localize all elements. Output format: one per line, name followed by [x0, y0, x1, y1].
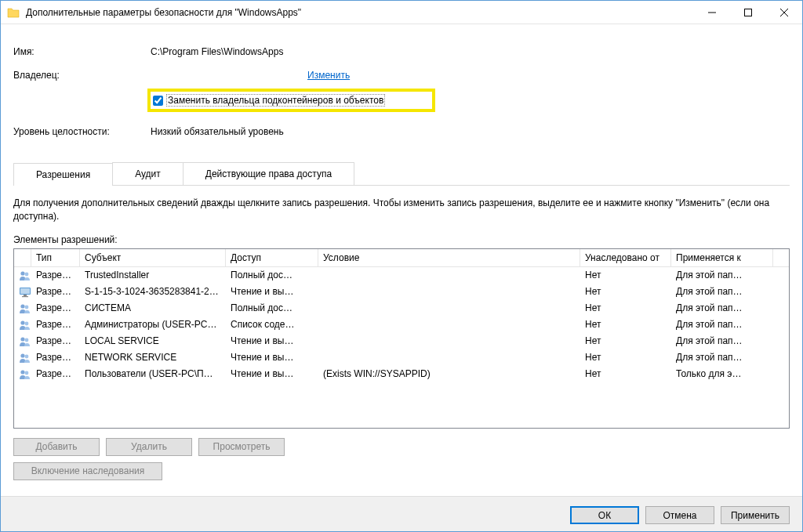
cell-access: Полный дос… — [226, 299, 318, 317]
cell-type: Разре… — [31, 299, 80, 317]
maximize-button[interactable] — [730, 1, 766, 24]
table-row[interactable]: Разре…Администраторы (USER-PC…Список сод… — [14, 317, 789, 333]
cell-access: Полный дос… — [226, 266, 318, 284]
col-icon-header[interactable] — [14, 249, 31, 266]
cell-inherited: Нет — [580, 299, 671, 317]
cell-access: Список соде… — [226, 316, 318, 333]
cell-inherited: Нет — [580, 332, 671, 349]
svg-point-14 — [20, 337, 24, 341]
cell-inherited: Нет — [580, 365, 671, 382]
permissions-table[interactable]: Тип Субъект Доступ Условие Унаследовано … — [13, 248, 790, 429]
col-inherited-header[interactable]: Унаследовано от — [580, 249, 671, 266]
tabs: Разрешения Аудит Действующие права досту… — [13, 162, 790, 186]
view-button[interactable]: Просмотреть — [198, 438, 285, 456]
table-header: Тип Субъект Доступ Условие Унаследовано … — [14, 249, 789, 267]
table-row[interactable]: Разре…Пользователи (USER-PC\П…Чтение и в… — [14, 366, 789, 382]
content: Имя: C:\Program Files\WindowsApps Владел… — [1, 24, 802, 496]
apply-button[interactable]: Применить — [721, 506, 790, 524]
table-row[interactable]: Разре…СИСТЕМАПолный дос…НетДля этой пап… — [14, 300, 789, 317]
col-applies-header[interactable]: Применяется к — [671, 249, 773, 266]
svg-point-11 — [25, 305, 29, 309]
cell-access: Чтение и вы… — [226, 332, 318, 349]
replace-owner-highlight: Заменить владельца подконтейнеров и объе… — [147, 89, 435, 112]
cell-condition — [318, 354, 580, 360]
monitor-icon — [14, 283, 31, 301]
cell-applies: Для этой пап… — [671, 299, 773, 317]
close-button[interactable] — [766, 1, 802, 24]
cell-applies: Для этой пап… — [671, 332, 773, 349]
name-value: C:\Program Files\WindowsApps — [151, 46, 283, 57]
group-icon — [14, 365, 31, 383]
svg-point-12 — [20, 320, 24, 324]
cell-applies: Для этой пап… — [671, 349, 773, 366]
group-icon — [14, 349, 31, 367]
cell-access: Чтение и вы… — [226, 349, 318, 366]
table-row[interactable]: Разре…S-1-15-3-1024-3635283841-2…Чтение … — [14, 284, 789, 300]
svg-point-5 — [25, 272, 29, 276]
cell-subject: Пользователи (USER-PC\П… — [80, 365, 226, 382]
remove-button[interactable]: Удалить — [106, 438, 192, 456]
cell-inherited: Нет — [580, 283, 671, 300]
permissions-elements-label: Элементы разрешений: — [13, 234, 790, 245]
svg-rect-7 — [20, 288, 30, 294]
cell-condition — [318, 321, 580, 328]
permissions-panel: Для получения дополнительных сведений дв… — [13, 186, 790, 480]
table-row[interactable]: Разре…TrustedInstallerПолный дос…НетДля … — [14, 267, 789, 284]
tab-permissions[interactable]: Разрешения — [13, 163, 113, 186]
svg-point-4 — [20, 271, 24, 275]
cell-access: Чтение и вы… — [226, 365, 318, 382]
cell-subject: TrustedInstaller — [80, 266, 226, 284]
cell-condition — [318, 338, 580, 344]
cell-subject: Администраторы (USER-PC… — [80, 316, 226, 333]
col-type-header[interactable]: Тип — [31, 249, 80, 266]
tab-audit[interactable]: Аудит — [112, 162, 183, 185]
table-row[interactable]: Разре…NETWORK SERVICEЧтение и вы…НетДля … — [14, 349, 789, 366]
col-condition-header[interactable]: Условие — [318, 249, 580, 266]
col-subject-header[interactable]: Субъект — [80, 249, 226, 266]
inherit-row: Включение наследования — [13, 462, 790, 480]
cell-subject: S-1-15-3-1024-3635283841-2… — [80, 283, 226, 300]
replace-owner-checkbox[interactable] — [153, 96, 163, 106]
col-access-header[interactable]: Доступ — [226, 249, 318, 266]
minimize-button[interactable] — [694, 1, 730, 24]
add-button[interactable]: Добавить — [13, 438, 100, 456]
ok-button[interactable]: ОК — [570, 506, 639, 524]
tab-effective-access[interactable]: Действующие права доступа — [183, 162, 354, 185]
footer: ОК Отмена Применить — [1, 496, 802, 532]
table-row[interactable]: Разре…LOCAL SERVICEЧтение и вы…НетДля эт… — [14, 333, 789, 349]
cell-inherited: Нет — [580, 349, 671, 366]
action-buttons: Добавить Удалить Просмотреть — [13, 438, 790, 456]
cancel-button[interactable]: Отмена — [645, 506, 714, 524]
group-icon — [14, 316, 31, 334]
group-icon — [14, 266, 31, 284]
cell-applies: Для этой пап… — [671, 266, 773, 284]
cell-condition — [318, 288, 580, 295]
info-section: Имя: C:\Program Files\WindowsApps Владел… — [13, 40, 790, 143]
change-owner-link[interactable]: Изменить — [307, 70, 350, 81]
cell-condition — [318, 272, 580, 278]
cell-condition: (Exists WIN://SYSAPPID) — [318, 365, 580, 382]
svg-rect-9 — [22, 296, 28, 297]
window-controls — [694, 1, 802, 24]
cell-applies: Для этой пап… — [671, 283, 773, 300]
folder-icon — [7, 7, 20, 18]
svg-point-17 — [25, 354, 29, 358]
svg-point-16 — [20, 353, 24, 357]
svg-point-13 — [25, 321, 29, 325]
group-icon — [14, 332, 31, 350]
inherit-button[interactable]: Включение наследования — [13, 462, 162, 480]
cell-condition — [318, 305, 580, 311]
window-title: Дополнительные параметры безопасности дл… — [26, 7, 694, 18]
svg-point-18 — [20, 370, 24, 374]
help-text: Для получения дополнительных сведений дв… — [13, 197, 790, 223]
cell-type: Разре… — [31, 283, 80, 300]
group-icon — [14, 299, 31, 317]
cell-subject: LOCAL SERVICE — [80, 332, 226, 349]
cell-type: Разре… — [31, 349, 80, 366]
integrity-value: Низкий обязательный уровень — [151, 126, 284, 137]
cell-inherited: Нет — [580, 316, 671, 333]
cell-applies: Для этой пап… — [671, 316, 773, 333]
name-label: Имя: — [13, 46, 151, 57]
svg-rect-1 — [745, 9, 752, 16]
svg-point-10 — [20, 304, 24, 308]
